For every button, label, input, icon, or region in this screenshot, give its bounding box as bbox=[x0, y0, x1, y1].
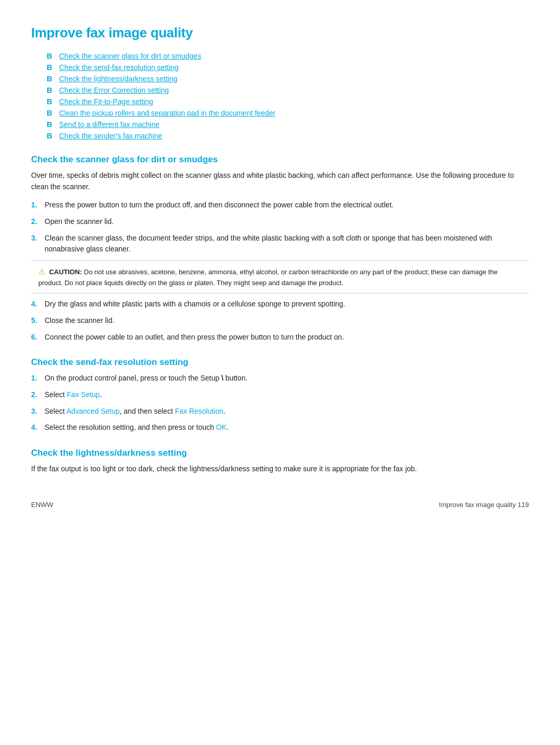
toc-item-2: B Check the send-fax resolution setting bbox=[47, 63, 529, 72]
toc-link-7[interactable]: Send to a different fax machine bbox=[59, 120, 160, 129]
step-1-3: 3. Clean the scanner glass, the document… bbox=[31, 233, 529, 255]
step-num-2-2: 2. bbox=[31, 389, 45, 401]
caution-label: CAUTION: bbox=[49, 268, 82, 276]
step-text-1-5: Close the scanner lid. bbox=[45, 315, 115, 327]
step-1-2: 2. Open the scanner lid. bbox=[31, 216, 529, 228]
toc-item-3: B Check the lightness/darkness setting bbox=[47, 74, 529, 83]
step-1-4: 4. Dry the glass and white plastic parts… bbox=[31, 299, 529, 310]
ok-link[interactable]: OK bbox=[216, 423, 227, 431]
step-num-1-6: 6. bbox=[31, 332, 45, 343]
advanced-setup-link[interactable]: Advanced Setup bbox=[66, 407, 120, 415]
step-text-1-3: Clean the scanner glass, the document fe… bbox=[45, 233, 529, 255]
section-body-lightness: If the fax output is too light or too da… bbox=[31, 463, 529, 475]
step-text-1-6: Connect the power cable to an outlet, an… bbox=[45, 332, 344, 343]
toc-bullet-8: B bbox=[47, 131, 53, 140]
section-title-send-fax: Check the send-fax resolution setting bbox=[31, 357, 529, 368]
step-num-2-1: 1. bbox=[31, 373, 45, 384]
footer-left: ENWW bbox=[31, 501, 53, 509]
toc-link-3[interactable]: Check the lightness/darkness setting bbox=[59, 75, 177, 83]
toc-bullet-2: B bbox=[47, 63, 53, 72]
step-text-2-2: Select Fax Setup. bbox=[45, 389, 102, 401]
toc-bullet-4: B bbox=[47, 86, 53, 94]
toc-link-1[interactable]: Check the scanner glass for dirt or smud… bbox=[59, 52, 201, 60]
toc-link-6[interactable]: Clean the pickup rollers and separation … bbox=[59, 109, 275, 117]
section-title-scanner-glass: Check the scanner glass for dirt or smud… bbox=[31, 154, 529, 165]
scanner-glass-steps2: 4. Dry the glass and white plastic parts… bbox=[31, 299, 529, 343]
footer-right: Improve fax image quality 119 bbox=[439, 501, 529, 509]
step-2-3: 3. Select Advanced Setup, and then selec… bbox=[31, 406, 529, 417]
step-text-2-1: On the product control panel, press or t… bbox=[45, 373, 247, 384]
toc-link-5[interactable]: Check the Fit-to-Page setting bbox=[59, 97, 153, 106]
step-num-2-4: 4. bbox=[31, 422, 45, 433]
step-1-6: 6. Connect the power cable to an outlet,… bbox=[31, 332, 529, 343]
toc-list: B Check the scanner glass for dirt or sm… bbox=[47, 51, 529, 140]
section-body-send-fax: 1. On the product control panel, press o… bbox=[31, 373, 529, 433]
step-1-1: 1. Press the power button to turn the pr… bbox=[31, 200, 529, 211]
scanner-glass-intro: Over time, specks of debris might collec… bbox=[31, 170, 529, 192]
page-title: Improve fax image quality bbox=[31, 25, 529, 41]
toc-item-6: B Clean the pickup rollers and separatio… bbox=[47, 108, 529, 117]
step-text-2-3: Select Advanced Setup, and then select F… bbox=[45, 406, 226, 417]
fax-setup-link[interactable]: Fax Setup bbox=[67, 390, 100, 399]
toc-item-1: B Check the scanner glass for dirt or sm… bbox=[47, 51, 529, 60]
step-text-1-4: Dry the glass and white plastic parts wi… bbox=[45, 299, 345, 310]
step-num-1-2: 2. bbox=[31, 216, 45, 228]
lightness-intro: If the fax output is too light or too da… bbox=[31, 463, 529, 475]
toc-link-8[interactable]: Check the sender's fax machine bbox=[59, 132, 162, 140]
toc-bullet-7: B bbox=[47, 120, 53, 129]
caution-text: Do not use abrasives, acetone, benzene, … bbox=[38, 268, 498, 287]
toc-item-5: B Check the Fit-to-Page setting bbox=[47, 97, 529, 106]
step-num-1-1: 1. bbox=[31, 200, 45, 211]
toc-item-4: B Check the Error Correction setting bbox=[47, 86, 529, 94]
step-2-4: 4. Select the resolution setting, and th… bbox=[31, 422, 529, 433]
section-body-scanner-glass: Over time, specks of debris might collec… bbox=[31, 170, 529, 343]
send-fax-steps: 1. On the product control panel, press o… bbox=[31, 373, 529, 433]
scanner-glass-steps: 1. Press the power button to turn the pr… bbox=[31, 200, 529, 255]
footer: ENWW Improve fax image quality 119 bbox=[31, 501, 529, 509]
step-num-1-5: 5. bbox=[31, 315, 45, 327]
section-title-lightness: Check the lightness/darkness setting bbox=[31, 448, 529, 458]
step-text-1-1: Press the power button to turn the produ… bbox=[45, 200, 394, 211]
toc-bullet-5: B bbox=[47, 97, 53, 106]
fax-resolution-link[interactable]: Fax Resolution bbox=[175, 407, 223, 415]
toc-bullet-6: B bbox=[47, 108, 53, 117]
toc-link-2[interactable]: Check the send-fax resolution setting bbox=[59, 63, 178, 72]
caution-box: ⚠ CAUTION: Do not use abrasives, acetone… bbox=[31, 260, 529, 293]
step-2-1: 1. On the product control panel, press o… bbox=[31, 373, 529, 384]
toc-item-7: B Send to a different fax machine bbox=[47, 120, 529, 129]
toc-bullet-1: B bbox=[47, 51, 53, 60]
step-num-2-3: 3. bbox=[31, 406, 45, 417]
step-num-1-3: 3. bbox=[31, 233, 45, 244]
toc-link-4[interactable]: Check the Error Correction setting bbox=[59, 86, 169, 94]
step-num-1-4: 4. bbox=[31, 299, 45, 310]
toc-bullet-3: B bbox=[47, 74, 53, 83]
caution-icon: ⚠ bbox=[38, 267, 45, 276]
step-text-2-4: Select the resolution setting, and then … bbox=[45, 422, 229, 433]
step-text-1-2: Open the scanner lid. bbox=[45, 216, 114, 228]
step-1-5: 5. Close the scanner lid. bbox=[31, 315, 529, 327]
toc-item-8: B Check the sender's fax machine bbox=[47, 131, 529, 140]
step-2-2: 2. Select Fax Setup. bbox=[31, 389, 529, 401]
